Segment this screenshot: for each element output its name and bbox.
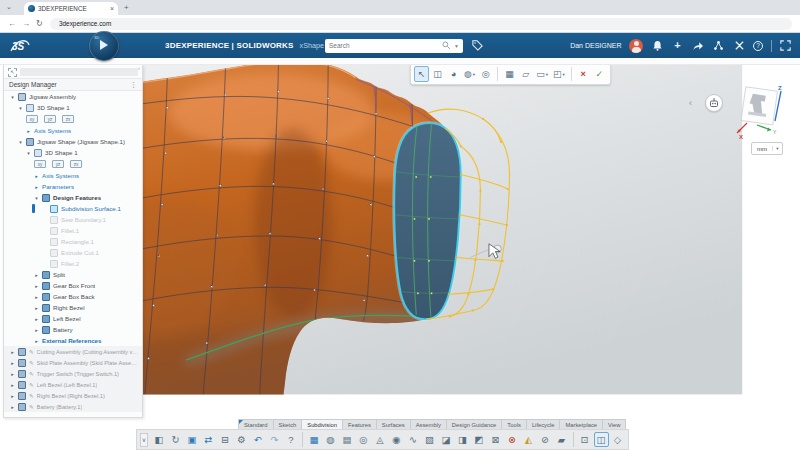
search-icon[interactable] (442, 41, 451, 50)
subdivide-box-icon[interactable]: ◫ (594, 432, 609, 447)
tree-caret-icon[interactable]: ▸ (34, 184, 39, 190)
tree-item-axis-systems[interactable]: ▸Axis Systems (4, 170, 142, 181)
marquee-selection-dropdown-chevron-icon[interactable]: ▾ (546, 72, 548, 77)
assistant-collapse-chevron-icon[interactable]: ‹ (689, 98, 692, 108)
tree-caret-icon[interactable]: ▸ (10, 382, 15, 388)
tree-caret-icon[interactable]: ▸ (10, 371, 15, 377)
symmetry-grid-icon[interactable]: ▦ (502, 66, 517, 82)
global-search[interactable]: ▼ (325, 39, 463, 53)
export-package-icon[interactable]: ⊟ (218, 432, 233, 447)
convert-mesh-icon[interactable]: ▦ (307, 432, 322, 447)
confirm-icon[interactable]: ✓ (592, 66, 607, 82)
back-icon[interactable]: ← (8, 19, 16, 28)
reload-icon[interactable]: ↻ (36, 19, 43, 28)
plane-icon-xy[interactable]: xy (26, 115, 38, 123)
tree-item-3d-shape-1[interactable]: ▾3D Shape 1 (4, 147, 142, 158)
undo-icon[interactable]: ↶ (251, 432, 266, 447)
image-plane-icon[interactable]: ▧ (422, 432, 437, 447)
actionbar-collapse-icon[interactable]: ∨ (140, 433, 148, 447)
plane-icon-xy[interactable]: xy (34, 160, 46, 168)
tab-search-icon[interactable]: ⌄ (6, 3, 12, 11)
tree-item-sew-boundary-1[interactable]: Sew Boundary.1 (4, 214, 142, 225)
render-style-icon[interactable]: ◍▾ (462, 66, 477, 82)
plane-icon-yz[interactable]: yz (52, 160, 64, 168)
tree-item-left-bezel-left-bezel-1[interactable]: ▸✎Left Bezel (Left Bezel.1) (4, 379, 142, 390)
tree-caret-icon[interactable]: ▸ (34, 338, 39, 344)
tree-item-subdivision-surface-1[interactable]: Subdivision Surface.1 (4, 203, 142, 214)
share-icon[interactable] (692, 39, 705, 52)
select-filter-icon[interactable]: ↖ (8, 68, 17, 77)
selected-face[interactable] (394, 123, 461, 319)
primitive-sphere-icon[interactable]: ◉ (389, 432, 404, 447)
user-name[interactable]: Dan DESIGNER (570, 42, 621, 49)
sweep-surface-icon[interactable]: ◨ (455, 432, 470, 447)
tree-item-parameters[interactable]: ▸Parameters (4, 181, 142, 192)
style-curve-icon[interactable]: ∿ (406, 432, 421, 447)
panel-filter-strip[interactable] (20, 68, 138, 76)
tree-item-battery-battery-1[interactable]: ▸✎Battery (Battery.1) (4, 401, 142, 412)
tree-item-jigsaw-shape-jigsaw-shape-1[interactable]: ▾Jigsaw Shape (Jigsaw Shape.1) (4, 136, 142, 147)
tree-caret-icon[interactable]: ▾ (18, 105, 23, 111)
tree-item-gear-box-front[interactable]: ▸Gear Box Front (4, 280, 142, 291)
tree-item-trigger-switch-trigger-switch-1[interactable]: ▸✎Trigger Switch (Trigger Switch.1) (4, 368, 142, 379)
browser-tab[interactable]: 3DEXPERIENCE × (24, 2, 118, 15)
fullscreen-icon[interactable] (779, 39, 792, 52)
save-icon[interactable]: ▣ (185, 432, 200, 447)
tree-item-fillet-2[interactable]: Fillet.2 (4, 258, 142, 269)
mesh-sphere-icon[interactable]: ◍ (323, 432, 338, 447)
subdivision-display-icon[interactable]: ◫ (430, 66, 445, 82)
tree-item-extrude-cut-1[interactable]: Extrude Cut.1 (4, 247, 142, 258)
viewport-3d[interactable]: ↖◫◕◍▾◎▦▱▭▾◰▾×✓ ‹ ↖ Design Manager ⋮ ▾Jig… (0, 65, 800, 450)
volume-selection-dropdown-chevron-icon[interactable]: ▾ (562, 72, 564, 77)
flex-bend-icon[interactable]: ◭ (521, 432, 536, 447)
tree-caret-icon[interactable]: ▸ (34, 272, 39, 278)
inspect-mesh-icon[interactable]: ◎ (356, 432, 371, 447)
tree-caret-icon[interactable]: ▸ (34, 316, 39, 322)
tree-caret-icon[interactable]: ▸ (10, 393, 15, 399)
select-tool-icon[interactable]: ↖ (414, 66, 429, 82)
update-mesh-icon[interactable]: ◎ (478, 66, 493, 82)
tree-item-split[interactable]: ▸Split (4, 269, 142, 280)
copy-design-icon[interactable]: ◧ (152, 432, 167, 447)
tree-item-right-bezel-right-bezel-1[interactable]: ▸✎Right Bezel (Right Bezel.1) (4, 390, 142, 401)
tree-item-left-bezel[interactable]: ▸Left Bezel (4, 313, 142, 324)
user-avatar[interactable] (629, 39, 643, 53)
shear-transform-icon[interactable]: ▰ (554, 432, 569, 447)
assistant-button[interactable] (705, 94, 723, 112)
thicken-icon[interactable]: ◩ (472, 432, 487, 447)
address-bar[interactable]: 3dexperience.com (50, 18, 792, 30)
tree-caret-icon[interactable]: ▸ (10, 404, 15, 410)
primitive-box-icon[interactable]: ◇ (610, 432, 625, 447)
cancel-icon[interactable]: × (576, 66, 591, 82)
tree-item-skid-plate-assembly-skid-plate-assembl[interactable]: ▸✎Skid Plate Assembly (Skid Plate Assemb… (4, 357, 142, 368)
tree-item-reference-planes[interactable]: xyyzzx (4, 158, 142, 170)
trim-face-icon[interactable]: ⊠ (488, 432, 503, 447)
3dexperience-compass[interactable]: 3D (89, 31, 119, 61)
tree-item-jigsaw-assembly[interactable]: ▾Jigsaw Assembly (4, 91, 142, 102)
tree-item-external-references[interactable]: ▸External References (4, 335, 142, 346)
loft-surface-icon[interactable]: ◪ (439, 432, 454, 447)
shaded-view-icon[interactable]: ◕ (446, 66, 461, 82)
forward-icon[interactable]: → (22, 19, 30, 28)
tree-caret-icon[interactable]: ▾ (26, 150, 31, 156)
tree-item-cutting-assembly-cutting-assembly-v1-1[interactable]: ▸✎Cutting Assembly (Cutting Assembly v1.… (4, 346, 142, 357)
units-dropdown[interactable]: mm ▾ (751, 142, 783, 155)
tree-caret-icon[interactable]: ▸ (34, 173, 39, 179)
tree-item-battery[interactable]: ▸Battery (4, 324, 142, 335)
delete-face-icon[interactable]: ⊗ (505, 432, 520, 447)
tree-item-right-bezel[interactable]: ▸Right Bezel (4, 302, 142, 313)
tree-caret-icon[interactable]: ▾ (18, 139, 23, 145)
plane-icon-zx[interactable]: zx (62, 115, 74, 123)
tab-close-icon[interactable]: × (110, 5, 114, 12)
panel-menu-kebab-icon[interactable]: ⋮ (130, 81, 137, 89)
new-tab-button[interactable]: + (124, 3, 129, 12)
circular-pattern-icon[interactable]: ⊘ (538, 432, 553, 447)
tree-item-3d-shape-1[interactable]: ▾3D Shape 1 (4, 102, 142, 113)
plane-icon-zx[interactable]: zx (70, 160, 82, 168)
tag-icon[interactable] (470, 38, 485, 53)
marquee-selection-icon[interactable]: ▭▾ (534, 66, 550, 82)
tree-caret-icon[interactable]: ▾ (10, 94, 15, 100)
primitive-pyramid-icon[interactable]: ◬ (373, 432, 388, 447)
tree-caret-icon[interactable]: ▸ (34, 294, 39, 300)
combine-bodies-icon[interactable]: ⊡ (577, 432, 592, 447)
